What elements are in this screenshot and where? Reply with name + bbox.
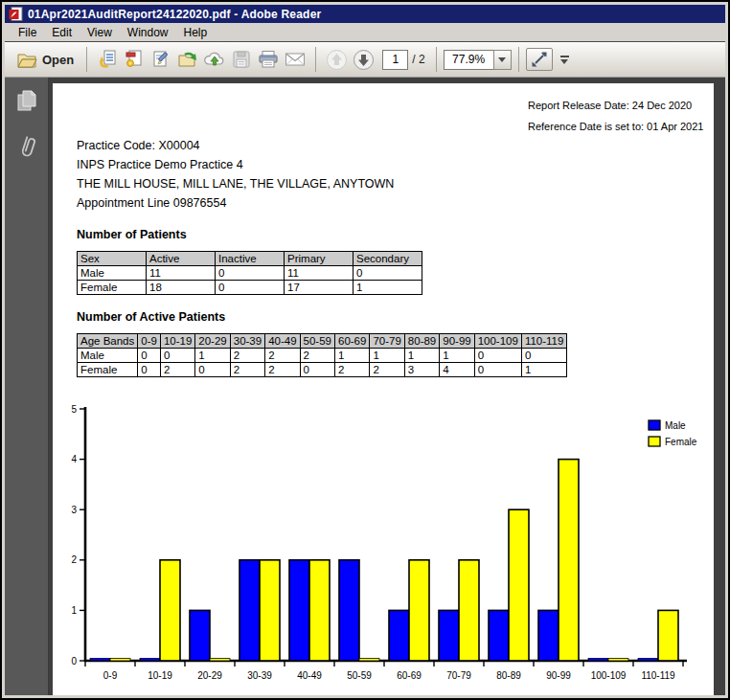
toolbar-separator (436, 47, 437, 72)
chevron-down-icon (560, 59, 568, 64)
row-header: Female (78, 363, 138, 377)
cell: 0 (138, 363, 161, 377)
column-header: Active (147, 252, 216, 266)
page-up-icon (326, 49, 348, 71)
toolbar-separator (518, 47, 519, 72)
practice-code: Practice Code: X00004 (77, 136, 394, 155)
column-header: 110-119 (521, 334, 567, 349)
cell: 17 (285, 281, 354, 295)
cell: 1 (370, 349, 404, 363)
page-thumbnails-icon[interactable] (16, 89, 37, 112)
bar-male-80-89 (489, 610, 509, 661)
previous-page-button[interactable] (323, 46, 350, 73)
toolbar-overflow-button[interactable] (560, 56, 569, 64)
menu-item-view[interactable]: View (80, 24, 120, 41)
sign-document-button[interactable] (148, 46, 174, 73)
bar-female-40-49 (309, 560, 330, 661)
resize-arrows-icon (531, 51, 548, 68)
column-header: 100-109 (474, 334, 521, 349)
bar-male-100-109 (588, 659, 608, 661)
cell: 0 (216, 281, 285, 295)
legend-swatch-male (649, 420, 660, 430)
cell: 2 (265, 363, 300, 377)
age-distribution-chart-svg: 0123450-910-1920-2930-3940-4950-5960-697… (57, 401, 711, 689)
cell: 2 (160, 363, 194, 377)
email-envelope-icon (284, 49, 307, 70)
cell: 0 (216, 266, 285, 281)
print-button[interactable] (255, 46, 282, 73)
menu-item-window[interactable]: Window (120, 24, 176, 41)
save-button[interactable] (228, 46, 255, 73)
open-button[interactable]: Open (11, 46, 80, 73)
toolbar: Open (5, 42, 725, 78)
zoom-level-value[interactable]: 77.9% (444, 50, 493, 70)
document-view[interactable]: Report Release Date: 24 Dec 2020 Referen… (49, 78, 725, 695)
fit-window-button[interactable] (526, 48, 553, 71)
cell: 18 (147, 281, 216, 295)
bar-female-20-29 (210, 659, 230, 661)
next-page-button[interactable] (350, 46, 376, 73)
bar-female-110-119 (658, 610, 678, 661)
page-number-input[interactable] (382, 50, 408, 70)
svg-text:4: 4 (71, 454, 77, 464)
printer-icon (257, 49, 280, 70)
patients-table: SexActiveInactivePrimarySecondaryMale110… (77, 251, 422, 295)
cell: 0 (160, 349, 194, 363)
svg-text:90-99: 90-99 (546, 670, 571, 681)
column-header: 50-59 (300, 334, 334, 349)
share-file-button[interactable] (174, 46, 201, 73)
bar-male-60-69 (389, 610, 409, 661)
cell: 11 (147, 266, 216, 281)
svg-text:110-119: 110-119 (641, 670, 675, 681)
svg-text:60-69: 60-69 (397, 670, 422, 681)
chevron-down-icon (498, 57, 506, 62)
zoom-dropdown-button[interactable] (493, 50, 512, 70)
practice-address: THE MILL HOUSE, MILL LANE, THE VILLAGE, … (77, 174, 394, 193)
create-pdf-button[interactable] (121, 46, 148, 73)
cell: 1 (195, 349, 230, 363)
pdf-file-icon (9, 7, 24, 21)
cell: 1 (335, 349, 370, 363)
sign-pen-icon (150, 49, 171, 70)
column-header: Sex (78, 252, 147, 266)
menu-item-help[interactable]: Help (176, 24, 216, 41)
svg-text:0-9: 0-9 (103, 670, 118, 681)
reference-date: Reference Date is set to: 01 Apr 2021 (528, 116, 703, 137)
column-header: 60-69 (335, 334, 370, 349)
column-header: Secondary (354, 252, 422, 266)
svg-text:40-49: 40-49 (297, 670, 322, 681)
report-release-date: Report Release Date: 24 Dec 2020 (528, 95, 703, 116)
menu-item-file[interactable]: File (11, 24, 44, 41)
window-title: 01Apr2021AuditReport24122020.pdf - Adobe… (28, 8, 321, 21)
open-button-label: Open (42, 53, 74, 67)
bar-female-10-19 (160, 560, 180, 661)
export-pdf-button[interactable] (94, 46, 121, 73)
page-count-label: / 2 (412, 53, 424, 66)
column-header: 30-39 (230, 334, 264, 349)
bar-female-80-89 (509, 509, 529, 661)
create-pdf-icon (124, 49, 145, 70)
cell: 3 (404, 363, 439, 377)
toolbar-separator (86, 47, 87, 72)
cloud-upload-button[interactable] (201, 46, 228, 73)
menu-item-edit[interactable]: Edit (44, 24, 80, 41)
practice-details: Practice Code: X00004 INPS Practice Demo… (77, 136, 394, 213)
svg-text:50-59: 50-59 (347, 670, 372, 681)
column-header: Age Bands (78, 334, 138, 349)
svg-text:2: 2 (71, 554, 77, 565)
cell: 0 (138, 349, 161, 363)
bar-female-90-99 (559, 460, 579, 661)
active-patients-table-title: Number of Active Patients (77, 310, 225, 324)
adobe-reader-window: 01Apr2021AuditReport24122020.pdf - Adobe… (0, 0, 730, 700)
cell: 11 (285, 266, 354, 281)
bar-female-0-9 (110, 659, 130, 661)
legend-label-female: Female (665, 437, 697, 447)
email-button[interactable] (282, 46, 308, 73)
table-row: Female020220223401 (78, 363, 567, 377)
cell: 0 (300, 363, 334, 377)
attachments-paperclip-icon[interactable] (16, 133, 37, 162)
bar-female-60-69 (409, 560, 429, 661)
main-area: Report Release Date: 24 Dec 2020 Referen… (5, 78, 725, 695)
column-header: 10-19 (160, 334, 194, 349)
svg-text:5: 5 (71, 404, 77, 415)
